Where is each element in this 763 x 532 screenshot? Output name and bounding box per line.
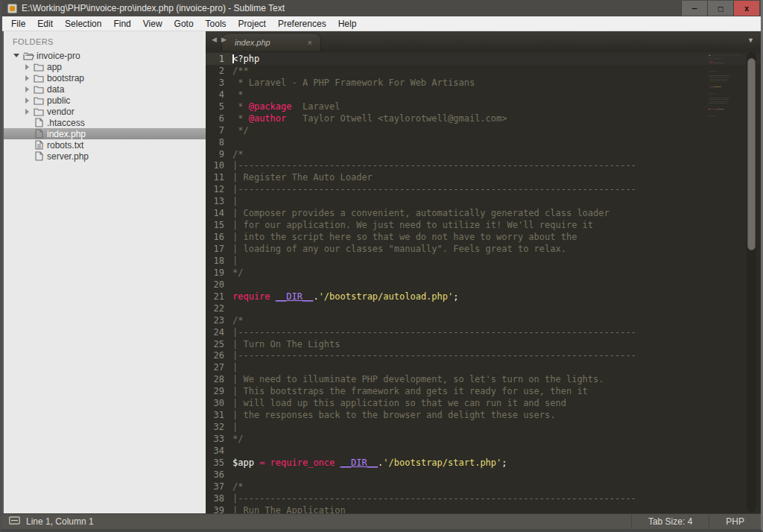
- code-line-2[interactable]: 2/**: [206, 65, 761, 77]
- collapsed-arrow-icon[interactable]: [25, 86, 29, 92]
- code-line-15[interactable]: 15| for our application. We just need to…: [206, 219, 761, 231]
- code-area[interactable]: 1<?php2/**3 * Laravel - A PHP Framework …: [206, 53, 761, 513]
- tab-close-icon[interactable]: ×: [306, 38, 314, 47]
- sidebar-item-app[interactable]: app: [4, 61, 206, 72]
- line-number: 21: [206, 291, 232, 303]
- code-line-22[interactable]: 22: [206, 303, 761, 314]
- scrollbar-thumb[interactable]: [747, 58, 756, 250]
- menu-item-file[interactable]: File: [5, 16, 31, 31]
- line-number: 33: [206, 433, 232, 445]
- code-line-30[interactable]: 30| will load up this application so tha…: [206, 397, 761, 409]
- code-line-32[interactable]: 32|: [206, 421, 761, 433]
- line-number: 36: [206, 469, 232, 481]
- sidebar-item-invoice-pro[interactable]: invoice-pro: [4, 50, 206, 61]
- code-line-12[interactable]: 12|-------------------------------------…: [206, 183, 761, 195]
- syntax-indicator[interactable]: PHP: [709, 514, 761, 529]
- tree-item-label: index.php: [47, 129, 86, 139]
- sidebar-item-bootstrap[interactable]: bootstrap: [4, 72, 206, 83]
- tabbar: ◀ ▶ index.php × ▼: [206, 31, 761, 51]
- code-line-14[interactable]: 14| Composer provides a convenient, auto…: [206, 207, 761, 219]
- scrollbar-track[interactable]: [747, 52, 756, 512]
- code-line-27[interactable]: 27|: [206, 361, 761, 373]
- code-line-21[interactable]: 21require __DIR__.'/bootstrap/autoload.p…: [206, 291, 761, 303]
- line-number: 22: [206, 303, 232, 314]
- code-line-17[interactable]: 17| loading of any our classes "manually…: [206, 243, 761, 255]
- menu-item-preferences[interactable]: Preferences: [272, 16, 332, 31]
- window-title: E:\Working\PHP\invoice-pro\index.php (in…: [22, 3, 285, 13]
- code-line-11[interactable]: 11| Register The Auto Loader: [206, 171, 761, 183]
- tree-item-label: server.php: [47, 151, 89, 162]
- code-line-29[interactable]: 29| This bootstraps the framework and ge…: [206, 385, 761, 397]
- sidebar-item-server-php[interactable]: server.php: [4, 151, 206, 162]
- code-line-24[interactable]: 24|-------------------------------------…: [206, 326, 761, 338]
- line-number: 16: [206, 231, 232, 243]
- editor[interactable]: 1<?php2/**3 * Laravel - A PHP Framework …: [206, 51, 761, 513]
- code-line-20[interactable]: 20: [206, 279, 761, 291]
- close-button[interactable]: x: [733, 1, 759, 16]
- collapsed-arrow-icon[interactable]: [25, 109, 29, 115]
- minimize-button[interactable]: –: [681, 1, 707, 16]
- code-line-7[interactable]: 7 */: [206, 124, 761, 136]
- minimap[interactable]: 1<?php2/**3 * Laravel - A PHP Framework …: [709, 54, 741, 509]
- code-line-6[interactable]: 6 * @author Taylor Otwell <taylorotwell@…: [206, 113, 761, 124]
- file-text-icon: [32, 140, 45, 150]
- collapsed-arrow-icon[interactable]: [25, 98, 29, 104]
- code-line-38[interactable]: 38|-------------------------------------…: [206, 493, 761, 504]
- expanded-arrow-icon[interactable]: [13, 54, 19, 57]
- sidebar-item-vendor[interactable]: vendor: [4, 106, 206, 117]
- code-line-35[interactable]: 35$app = require_once __DIR__.'/bootstra…: [206, 457, 761, 469]
- tab-index-php[interactable]: index.php ×: [222, 34, 320, 51]
- code-line-25[interactable]: 25| Turn On The Lights: [206, 338, 761, 350]
- panel-icon[interactable]: [9, 516, 20, 527]
- menu-item-project[interactable]: Project: [232, 16, 272, 31]
- line-number: 34: [206, 445, 232, 457]
- tab-overflow-button[interactable]: ▼: [747, 37, 754, 44]
- sidebar-item-public[interactable]: public: [4, 95, 206, 106]
- sidebar-item-data[interactable]: data: [4, 83, 206, 95]
- code-line-8[interactable]: 8: [206, 136, 761, 148]
- code-line-23[interactable]: 23/*: [206, 314, 761, 326]
- sidebar-item-robots-txt[interactable]: robots.txt: [4, 139, 206, 151]
- code-line-33[interactable]: 33*/: [206, 433, 761, 445]
- tab-label: index.php: [235, 38, 306, 47]
- menu-item-goto[interactable]: Goto: [168, 16, 200, 31]
- code-line-3[interactable]: 3 * Laravel - A PHP Framework For Web Ar…: [206, 77, 761, 89]
- titlebar[interactable]: E:\Working\PHP\invoice-pro\index.php (in…: [2, 0, 761, 16]
- file-icon: [32, 151, 45, 161]
- sublime-text-window: E:\Working\PHP\invoice-pro\index.php (in…: [0, 0, 763, 532]
- code-line-13[interactable]: 13|: [206, 195, 761, 207]
- collapsed-arrow-icon[interactable]: [25, 64, 29, 70]
- menu-item-tools[interactable]: Tools: [200, 16, 232, 31]
- collapsed-arrow-icon[interactable]: [25, 75, 29, 81]
- code-line-39[interactable]: 39| Run The Application: [206, 504, 761, 513]
- code-line-9[interactable]: 9/*: [206, 148, 761, 160]
- code-line-36[interactable]: 36: [206, 469, 761, 481]
- tab-next-button[interactable]: ▶: [221, 36, 227, 43]
- code-line-31[interactable]: 31| the responses back to the browser an…: [206, 409, 761, 421]
- tab-prev-button[interactable]: ◀: [212, 36, 217, 43]
- code-line-34[interactable]: 34: [206, 445, 761, 457]
- sidebar-item-index-php[interactable]: index.php: [4, 128, 206, 139]
- tab-size-indicator[interactable]: Tab Size: 4: [631, 514, 709, 529]
- code-line-18[interactable]: 18|: [206, 255, 761, 267]
- line-number: 5: [206, 101, 232, 113]
- code-line-28[interactable]: 28| We need to illuminate PHP developmen…: [206, 373, 761, 385]
- code-line-26[interactable]: 26|-------------------------------------…: [206, 349, 761, 361]
- maximize-button[interactable]: □: [707, 1, 733, 16]
- code-line-16[interactable]: 16| into the script here so that we do n…: [206, 231, 761, 243]
- code-line-19[interactable]: 19*/: [206, 267, 761, 279]
- code-line-10[interactable]: 10|-------------------------------------…: [206, 159, 761, 171]
- code-line-37[interactable]: 37/*: [206, 481, 761, 493]
- menu-item-edit[interactable]: Edit: [31, 16, 59, 31]
- line-number: 1: [206, 53, 232, 65]
- line-number: 31: [206, 409, 232, 421]
- menu-item-view[interactable]: View: [137, 16, 168, 31]
- tree-item-label: robots.txt: [47, 140, 83, 151]
- menu-item-selection[interactable]: Selection: [59, 16, 107, 31]
- code-line-4[interactable]: 4 *: [206, 89, 761, 101]
- menu-item-find[interactable]: Find: [107, 16, 136, 31]
- sidebar-item-htaccess[interactable]: .htaccess: [4, 117, 206, 128]
- menu-item-help[interactable]: Help: [332, 16, 363, 31]
- code-line-5[interactable]: 5 * @package Laravel: [206, 101, 761, 113]
- code-line-1[interactable]: 1<?php: [206, 53, 761, 65]
